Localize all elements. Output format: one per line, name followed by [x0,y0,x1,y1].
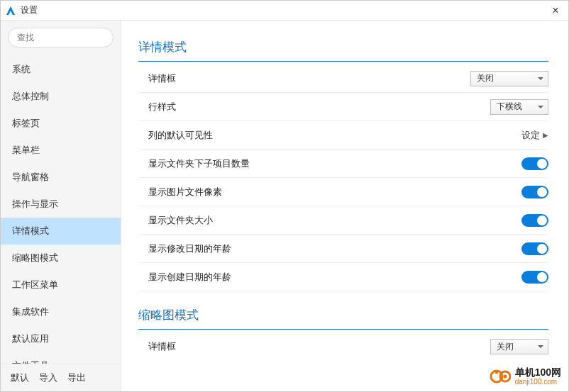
toggle-show-create-age[interactable] [521,271,548,284]
toggle-show-image-px[interactable] [521,186,548,198]
row-col-visibility: 列的默认可见性 设定 ▶ [138,121,548,150]
row-show-image-px: 显示图片文件像素 [138,178,548,206]
section-title-thumb: 缩略图模式 [138,307,548,330]
row-show-mod-age: 显示修改日期的年龄 [138,235,548,263]
label-thumb-detail-box: 详情框 [138,340,490,353]
row-show-child-count: 显示文件夹下子项目数量 [138,150,548,178]
row-detail-box: 详情框 关闭 [138,65,548,93]
close-button[interactable]: × [547,4,564,17]
sidebar-nav: 系统 总体控制 标签页 菜单栏 导航窗格 操作与显示 详情模式 缩略图模式 工作… [1,53,121,364]
sidebar-item-file-tools[interactable]: 文件工具 [1,352,121,364]
sidebar-item-integrated-software[interactable]: 集成软件 [1,298,121,325]
export-button[interactable]: 导出 [67,371,86,384]
sidebar-item-detail-mode[interactable]: 详情模式 [1,218,121,245]
label-show-child-count: 显示文件夹下子项目数量 [138,157,521,170]
sidebar-item-thumb-mode[interactable]: 缩略图模式 [1,245,121,271]
default-button[interactable]: 默认 [11,371,29,384]
label-row-style: 行样式 [138,101,490,113]
sidebar-item-workspace-menu[interactable]: 工作区菜单 [1,271,121,298]
sidebar: 系统 总体控制 标签页 菜单栏 导航窗格 操作与显示 详情模式 缩略图模式 工作… [1,21,121,391]
select-thumb-detail-box[interactable]: 关闭 [490,339,548,354]
content-pane: 详情模式 详情框 关闭 行样式 下横线 列的默认可见性 设定 ▶ 显示文件夹下子… [121,21,568,391]
app-logo-icon [5,5,16,16]
sidebar-item-nav-pane[interactable]: 导航窗格 [1,164,121,191]
toggle-show-folder-size[interactable] [521,214,548,227]
sidebar-item-tabs[interactable]: 标签页 [1,110,121,137]
label-show-mod-age: 显示修改日期的年龄 [138,242,521,255]
window-title: 设置 [21,4,38,16]
sidebar-item-menubar[interactable]: 菜单栏 [1,137,121,164]
label-show-folder-size: 显示文件夹大小 [138,214,521,227]
sidebar-item-system[interactable]: 系统 [1,56,121,83]
label-show-create-age: 显示创建日期的年龄 [138,271,521,284]
search-input[interactable] [8,28,114,47]
import-button[interactable]: 导入 [39,371,57,384]
col-visibility-action[interactable]: 设定 ▶ [521,129,548,142]
label-detail-box: 详情框 [138,72,470,85]
toggle-show-mod-age[interactable] [521,242,548,255]
select-detail-box[interactable]: 关闭 [470,71,548,86]
sidebar-item-default-apps[interactable]: 默认应用 [1,325,121,352]
search-wrap [1,21,121,53]
row-show-folder-size: 显示文件夹大小 [138,206,548,235]
label-col-visibility: 列的默认可见性 [138,129,521,142]
label-show-image-px: 显示图片文件像素 [138,186,521,198]
row-thumb-detail-box: 详情框 关闭 [138,332,548,361]
bottom-actions: 默认 导入 导出 [1,364,121,391]
chevron-right-icon: ▶ [543,131,548,139]
sidebar-item-operation-display[interactable]: 操作与显示 [1,191,121,218]
section-title-detail: 详情模式 [138,39,548,62]
toggle-show-child-count[interactable] [521,157,548,170]
title-bar: 设置 × [1,1,568,21]
select-row-style[interactable]: 下横线 [490,99,548,115]
main-area: 系统 总体控制 标签页 菜单栏 导航窗格 操作与显示 详情模式 缩略图模式 工作… [1,21,568,391]
row-row-style: 行样式 下横线 [138,93,548,121]
row-show-create-age: 显示创建日期的年龄 [138,263,548,291]
sidebar-item-overall-control[interactable]: 总体控制 [1,83,121,110]
col-visibility-action-label: 设定 [521,129,540,142]
